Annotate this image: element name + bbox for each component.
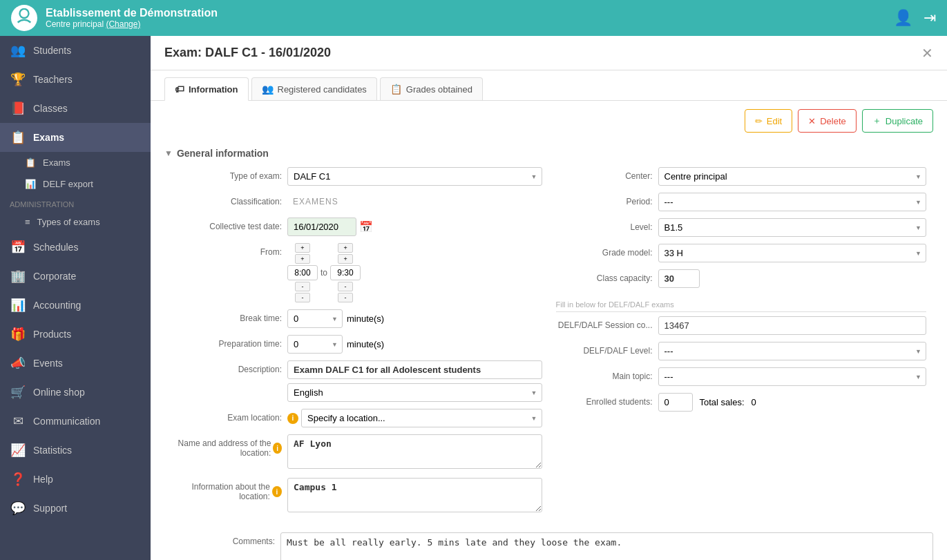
logout-icon[interactable]: ⇥ <box>924 9 936 27</box>
center-select[interactable]: Centre principal <box>658 167 927 186</box>
duplicate-button[interactable]: ＋ Duplicate <box>862 109 933 133</box>
time-to-down2[interactable]: - <box>338 293 353 302</box>
time-from-up2[interactable]: + <box>295 254 310 264</box>
support-icon: 💬 <box>10 501 26 516</box>
online-shop-icon: 🛒 <box>10 385 26 400</box>
name-address-textarea[interactable]: AF Lyon <box>287 434 542 469</box>
sidebar-item-online-shop[interactable]: 🛒 Online shop <box>0 378 151 407</box>
class-capacity-input[interactable] <box>658 269 700 288</box>
sidebar-item-accounting[interactable]: 📊 Accounting <box>0 291 151 320</box>
sidebar-label-students: Students <box>33 45 71 56</box>
exams-icon: 📋 <box>10 130 26 145</box>
delf-session-label: DELF/DALF Session co... <box>556 316 653 330</box>
name-address-info-icon[interactable]: i <box>273 443 282 454</box>
delf-label: DELF export <box>43 179 93 189</box>
period-select-wrapper: --- <box>658 193 927 211</box>
section-toggle-icon: ▼ <box>164 148 173 158</box>
name-address-control: AF Lyon <box>287 434 542 471</box>
period-select[interactable]: --- <box>658 193 927 211</box>
sub-exams-icon: 📋 <box>25 157 36 168</box>
enrolled-students-label: Enrolled students: <box>556 393 653 407</box>
description-input[interactable]: Examn DALF C1 for all Adolescent student… <box>287 360 542 379</box>
calendar-icon[interactable]: 📅 <box>359 220 373 233</box>
exam-panel: Exam: DALF C1 - 16/01/2020 ✕ 🏷 Informati… <box>151 36 947 560</box>
sidebar-label-communication: Communication <box>33 416 100 427</box>
time-from-down2[interactable]: - <box>295 293 310 302</box>
time-to-up[interactable]: + <box>338 243 353 253</box>
exam-location-info-icon[interactable]: i <box>287 413 298 424</box>
comments-section: Comments: Must be all really early. 5 mi… <box>151 532 947 560</box>
preparation-time-select[interactable]: 0 <box>287 335 343 354</box>
time-from-up[interactable]: + <box>295 243 310 253</box>
sidebar-item-support[interactable]: 💬 Support <box>0 494 151 523</box>
info-location-textarea[interactable]: Campus 1 <box>287 478 542 512</box>
sidebar-item-exams[interactable]: 📋 Exams <box>0 123 151 152</box>
sidebar-item-events[interactable]: 📣 Events <box>0 349 151 378</box>
sidebar-item-communication[interactable]: ✉ Communication <box>0 407 151 436</box>
sidebar-item-teachers[interactable]: 🏆 Teachers <box>0 65 151 94</box>
general-info-section: ▼ General information Type of exam: D <box>151 141 947 532</box>
main-topic-select[interactable]: --- <box>658 367 927 386</box>
statistics-icon: 📈 <box>10 443 26 458</box>
time-from-down[interactable]: - <box>295 282 310 291</box>
exam-location-control: i Specify a location... <box>287 409 542 427</box>
from-label: From: <box>171 243 282 257</box>
time-to-up2[interactable]: + <box>338 254 353 264</box>
sidebar-item-classes[interactable]: 📕 Classes <box>0 94 151 123</box>
delf-level-select[interactable]: --- <box>658 342 927 360</box>
classes-icon: 📕 <box>10 101 26 116</box>
institution-name: Etablissement de Démonstration <box>46 7 218 19</box>
center-row: Center: Centre principal <box>556 167 927 186</box>
registered-tab-icon: 👥 <box>262 84 274 95</box>
collective-test-date-input[interactable] <box>287 218 356 236</box>
tab-information-label: Information <box>189 84 238 95</box>
time-to-down[interactable]: - <box>338 282 353 291</box>
delf-level-control: --- <box>658 342 927 360</box>
period-label: Period: <box>556 193 653 206</box>
sidebar-item-students[interactable]: 👥 Students <box>0 36 151 65</box>
classification-control: EXAMENS <box>287 193 542 211</box>
sidebar-item-corporate[interactable]: 🏢 Corporate <box>0 262 151 291</box>
close-button[interactable]: ✕ <box>921 46 933 60</box>
header-right: 👤 ⇥ <box>894 9 936 27</box>
sidebar-label-help: Help <box>33 474 53 485</box>
language-select[interactable]: English <box>287 383 542 402</box>
general-info-header[interactable]: ▼ General information <box>164 141 933 167</box>
grade-model-select[interactable]: 33 H <box>658 244 927 262</box>
time-from-display: 8:00 <box>287 265 318 280</box>
comments-textarea[interactable]: Must be all really early. 5 mins late an… <box>280 532 933 560</box>
center-select-wrapper: Centre principal <box>658 167 927 186</box>
level-select[interactable]: B1.5 <box>658 218 927 237</box>
sidebar-types-exams[interactable]: ≡ Types of exams <box>0 211 151 233</box>
sidebar-item-help[interactable]: ❓ Help <box>0 465 151 494</box>
change-link[interactable]: (Change) <box>106 19 140 29</box>
sidebar-sub-exams[interactable]: 📋 Exams <box>0 152 151 173</box>
delete-button[interactable]: ✕ Delete <box>798 109 857 133</box>
tab-registered-candidates[interactable]: 👥 Registered candidates <box>251 77 377 100</box>
sidebar-item-products[interactable]: 🎁 Products <box>0 320 151 349</box>
break-time-select[interactable]: 0 <box>287 309 343 328</box>
communication-icon: ✉ <box>10 414 26 429</box>
sidebar-item-statistics[interactable]: 📈 Statistics <box>0 436 151 465</box>
comments-row: Comments: Must be all really early. 5 mi… <box>164 532 933 560</box>
types-exams-label: Types of exams <box>37 217 100 227</box>
info-location-info-icon[interactable]: i <box>272 486 282 497</box>
sidebar-sub-delf[interactable]: 📊 DELF export <box>0 173 151 195</box>
sidebar-label-classes: Classes <box>33 103 68 114</box>
enrolled-students-input[interactable] <box>658 393 693 412</box>
sidebar-label-accounting: Accounting <box>33 300 81 311</box>
type-of-exam-select[interactable]: DALF C1 <box>287 167 542 186</box>
edit-button[interactable]: ✏ Edit <box>745 109 792 133</box>
delf-session-input[interactable] <box>658 316 927 335</box>
sidebar: 👥 Students 🏆 Teachers 📕 Classes 📋 Exams … <box>0 36 151 560</box>
preparation-time-unit: minute(s) <box>347 339 384 349</box>
tab-grades-obtained[interactable]: 📋 Grades obtained <box>380 77 483 100</box>
preparation-time-select-wrapper: 0 <box>287 335 343 354</box>
user-icon[interactable]: 👤 <box>894 9 912 27</box>
exam-location-select[interactable]: Specify a location... <box>301 409 542 427</box>
sidebar-label-statistics: Statistics <box>33 445 72 456</box>
exam-location-row: Exam location: i Specify a location... <box>171 409 542 427</box>
description-control: Examn DALF C1 for all Adolescent student… <box>287 360 542 402</box>
sidebar-item-schedules[interactable]: 📅 Schedules <box>0 233 151 262</box>
tab-information[interactable]: 🏷 Information <box>164 77 249 101</box>
